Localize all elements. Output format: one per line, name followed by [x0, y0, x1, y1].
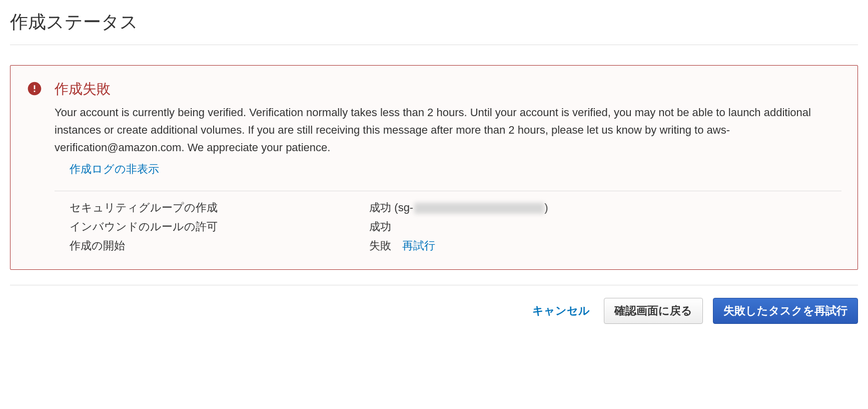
alert-box: 作成失敗 Your account is currently being ver… — [10, 65, 858, 270]
log-label: セキュリティグループの作成 — [55, 198, 369, 217]
footer-divider — [10, 285, 858, 285]
footer-actions: キャンセル 確認画面に戻る 失敗したタスクを再試行 — [10, 298, 858, 324]
log-value: 失敗 再試行 — [369, 236, 841, 255]
toggle-log-link[interactable]: 作成ログの非表示 — [70, 162, 159, 177]
log-label: インバウンドのルールの許可 — [55, 217, 369, 236]
alert-message: Your account is currently being verified… — [55, 104, 841, 157]
log-value: 成功 (sg-) — [369, 198, 841, 217]
log-table: セキュリティグループの作成 成功 (sg-) インバウンドのルールの許可 成功 … — [55, 198, 841, 255]
table-row: セキュリティグループの作成 成功 (sg-) — [55, 198, 841, 217]
error-icon — [27, 81, 43, 97]
alert-title: 作成失敗 — [55, 80, 841, 99]
log-divider — [55, 191, 841, 191]
redacted-id — [414, 203, 544, 214]
cancel-button[interactable]: キャンセル — [528, 298, 594, 323]
retry-failed-button[interactable]: 失敗したタスクを再試行 — [713, 298, 858, 324]
alert-content: 作成失敗 Your account is currently being ver… — [55, 80, 841, 255]
retry-link[interactable]: 再試行 — [402, 239, 435, 252]
log-value: 成功 — [369, 217, 841, 236]
back-button[interactable]: 確認画面に戻る — [604, 298, 703, 324]
log-label: 作成の開始 — [55, 236, 369, 255]
table-row: インバウンドのルールの許可 成功 — [55, 217, 841, 236]
page-title: 作成ステータス — [10, 10, 858, 45]
table-row: 作成の開始 失敗 再試行 — [55, 236, 841, 255]
